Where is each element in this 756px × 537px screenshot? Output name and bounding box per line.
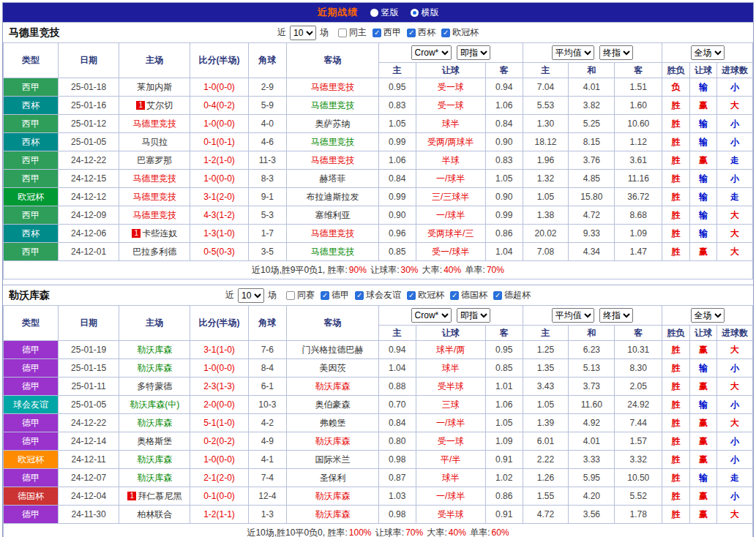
home-team-name: 勒沃库森 [137,454,172,465]
odds-phase-select[interactable]: 即指 [457,45,490,60]
filter-option-label: 德国杯 [461,289,487,301]
recent-label: 近 [225,289,234,301]
score-halftime: 5-1(1-0) [190,414,248,432]
checkbox-checked-icon[interactable] [321,291,329,300]
col-away: 客场 [287,43,379,78]
final-odds-select[interactable]: 终指 [599,45,633,60]
col-date: 日期 [59,306,119,341]
filter-option[interactable]: 欧冠杯 [407,289,444,301]
result-outcome: 胜 [662,97,690,115]
handicap-odds-home: 0.85 [378,243,416,261]
avg-odds-away: 36.72 [615,188,662,206]
away-team-cell: 国际米兰 [287,451,379,469]
league-badge: 德国杯 [4,487,59,506]
checkbox-unchecked-icon[interactable] [286,291,295,300]
matches-table: 类型 日期 主场 比分(半场) 角球 客场 Crow* 即指 平均值 终指 [3,305,753,537]
bookmaker-select[interactable]: Crow* [411,308,452,323]
match-row: 西杯25-01-161艾尔切0-4(0-2)5-9马德里竞技0.83受一球1.0… [4,97,753,115]
radio-horizontal-icon[interactable] [411,9,419,17]
home-team-cell: 勒沃库森 [119,414,190,432]
score-halftime: 2-3(1-3) [190,378,248,396]
scope-select[interactable]: 全场 [691,308,725,323]
league-badge: 欧冠杯 [4,451,59,469]
handicap-line: 受半球 [416,378,485,396]
result-outcome: 胜 [662,414,690,432]
checkbox-checked-icon[interactable] [355,291,364,300]
home-team-cell: 勒沃库森 [119,341,190,359]
filter-option[interactable]: 西甲 [373,26,401,39]
filter-option-label: 同主 [349,26,367,39]
handicap-odds-away: 0.90 [485,188,523,206]
odds-phase-select[interactable]: 即指 [457,308,490,323]
handicap-odds-away: 0.95 [485,341,523,359]
result-handicap: 赢 [689,341,717,359]
summary-text: 100% [349,527,372,537]
col-odds-away: 客 [485,326,523,341]
filter-option-label: 西甲 [383,26,401,39]
layout-option-vertical[interactable]: 竖版 [370,7,399,19]
home-team-name: 艾尔切 [146,100,173,110]
match-row: 西甲25-01-12马德里竞技1-0(0-0)4-0奥萨苏纳1.05球半0.84… [4,115,753,133]
avg-odds-select[interactable]: 平均值 [552,308,594,323]
checkbox-checked-icon[interactable] [493,291,502,300]
filter-option[interactable]: 西杯 [407,26,435,39]
filter-option[interactable]: 同赛 [286,289,315,301]
corners: 6-1 [248,378,287,396]
filter-option[interactable]: 球会友谊 [355,289,401,301]
result-goals: 小 [717,359,753,378]
games-label: 场 [268,289,277,301]
home-team-cell: 马德里竞技 [119,206,190,225]
summary-row: 近10场,胜10平0负0, 胜率:100% 让球率:70% 大率:40% 单率:… [4,524,753,537]
away-team-name: 弗赖堡 [320,418,346,428]
checkbox-checked-icon[interactable] [373,29,381,37]
checkbox-unchecked-icon[interactable] [338,29,347,37]
away-team-cell: 马德里竞技 [287,151,379,170]
score-halftime: 1-0(0-0) [190,170,248,188]
match-row: 德甲25-01-15勒沃库森1-0(0-0)8-4美因茨1.04球半0.851.… [4,359,753,378]
away-team-cell: 马德里竞技 [287,225,379,243]
filter-option[interactable]: 欧冠杯 [441,26,479,39]
match-row: 西甲24-12-01巴拉多利德0-5(0-3)3-5马德里竞技0.85受一/球半… [4,243,753,261]
away-team-cell: 赫塔菲 [287,170,379,188]
home-team-cell: 马德里竞技 [119,170,190,188]
filter-option[interactable]: 德甲 [321,289,349,301]
bookmaker-select[interactable]: Crow* [411,45,452,60]
league-badge: 德甲 [4,359,59,378]
result-outcome: 胜 [662,206,690,225]
handicap-odds-home: 0.98 [378,451,416,469]
summary-text: 70% [405,527,423,537]
result-goals: 小 [717,78,753,97]
checkbox-checked-icon[interactable] [407,291,416,300]
home-team-name: 巴塞罗那 [137,155,172,165]
result-outcome: 胜 [662,133,690,151]
corners: 4-2 [248,414,287,432]
avg-odds-home: 4.72 [523,506,569,524]
radio-vertical-icon[interactable] [370,9,378,17]
layout-option-horizontal[interactable]: 横版 [411,7,439,19]
home-team-name: 马德里竞技 [132,192,176,202]
filter-option[interactable]: 同主 [338,26,367,39]
checkbox-checked-icon[interactable] [407,29,416,37]
filter-option[interactable]: 德国杯 [450,289,487,301]
home-team-name: 柏林联合 [137,509,172,519]
avg-odds-home: 20.02 [523,225,569,243]
handicap-odds-away: 0.86 [485,225,523,243]
avg-odds-select[interactable]: 平均值 [552,45,594,60]
recent-count-select[interactable]: 10 [238,288,264,303]
result-outcome: 胜 [662,451,690,469]
avg-odds-away: 8.30 [615,359,662,378]
handicap-odds-home: 0.70 [378,396,416,414]
final-odds-select[interactable]: 终指 [599,308,633,323]
match-date: 25-01-05 [59,396,119,414]
recent-count-select[interactable]: 10 [290,26,316,40]
filter-option[interactable]: 德超杯 [493,289,531,301]
checkbox-checked-icon[interactable] [441,29,450,37]
corners: 1-7 [248,225,287,243]
scope-select[interactable]: 全场 [691,45,725,60]
handicap-odds-away: 0.91 [485,506,523,524]
avg-odds-home: 1.55 [523,487,569,506]
score-halftime: 0-1(0-0) [190,487,248,506]
col-handicap-result: 让球 [689,63,717,78]
match-date: 24-12-22 [59,414,119,432]
checkbox-checked-icon[interactable] [450,291,459,300]
